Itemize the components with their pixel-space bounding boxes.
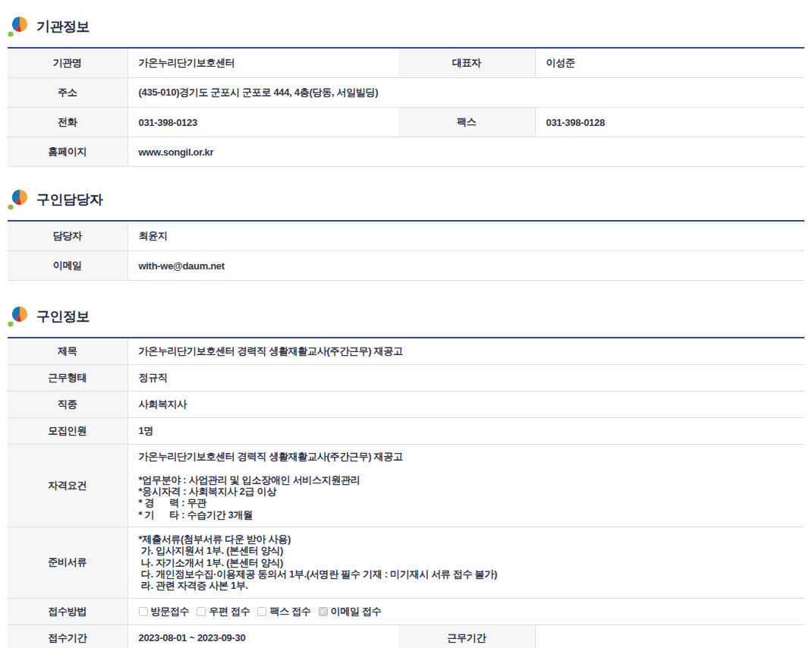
section-title-job: 구인정보: [36, 307, 90, 326]
job-apply-method-label: 접수방법: [8, 598, 127, 624]
table-row: 주소 (435-010)경기도 군포시 군포로 444, 4층(당동, 서일빌딩…: [8, 78, 804, 108]
table-row: 이메일 with-we@daum.net: [8, 251, 804, 281]
job-documents-value: *제출서류(첨부서류 다운 받아 사용) 가. 입사지원서 1부. (본센터 양…: [127, 527, 804, 598]
table-row: 담당자 최윤지: [8, 221, 804, 251]
table-row: 직종 사회복지사: [8, 392, 804, 418]
pie-logo-icon: [8, 188, 30, 211]
org-ceo-value: 이성준: [535, 48, 804, 78]
checkbox-icon[interactable]: [139, 607, 148, 616]
section-org-header: 기관정보: [8, 15, 804, 38]
table-row: 전화 031-398-0123 팩스 031-398-0128: [8, 108, 804, 137]
job-detail-page: 기관정보 기관명 가온누리단기보호센터 대표자 이성준 주소 (435-010)…: [0, 0, 812, 648]
method-fax[interactable]: 팩스 접수: [257, 605, 310, 618]
contact-email-value: with-we@daum.net: [127, 251, 804, 281]
method-visit[interactable]: 방문접수: [139, 605, 190, 618]
table-row: 제목 가온누리단기보호센터 경력직 생활재활교사(주간근무) 재공고: [8, 338, 804, 365]
pie-logo-icon: [8, 305, 30, 328]
job-title-value: 가온누리단기보호센터 경력직 생활재활교사(주간근무) 재공고: [127, 338, 804, 365]
job-documents-label: 준비서류: [8, 527, 127, 598]
org-name-label: 기관명: [8, 48, 127, 78]
table-row: 홈페이지 www.songil.or.kr: [8, 137, 804, 167]
job-occupation-value: 사회복지사: [127, 392, 804, 418]
job-work-period-label: 근무기간: [398, 624, 535, 648]
job-qualification-label: 자격요건: [8, 445, 127, 527]
job-headcount-value: 1명: [127, 418, 804, 445]
table-row: 기관명 가온누리단기보호센터 대표자 이성준: [8, 48, 804, 78]
job-qualification-value: 가온누리단기보호센터 경력직 생활재활교사(주간근무) 재공고 *업무분야 : …: [127, 445, 804, 527]
checkbox-icon[interactable]: [319, 607, 328, 616]
job-title-label: 제목: [8, 338, 127, 365]
org-address-value: (435-010)경기도 군포시 군포로 444, 4층(당동, 서일빌딩): [127, 78, 804, 108]
org-homepage-label: 홈페이지: [8, 137, 127, 167]
section-title-contact: 구인담당자: [36, 190, 103, 209]
job-occupation-label: 직종: [8, 392, 127, 418]
org-tel-label: 전화: [8, 108, 127, 137]
job-work-period-value: [535, 624, 804, 648]
job-table: 제목 가온누리단기보호센터 경력직 생활재활교사(주간근무) 재공고 근무형태 …: [8, 337, 804, 648]
org-ceo-label: 대표자: [398, 48, 535, 78]
method-mail-label: 우편 접수: [209, 605, 250, 618]
checkbox-icon[interactable]: [257, 607, 266, 616]
table-row: 접수방법 방문접수 우편 접수 팩스 접수: [8, 598, 804, 624]
org-fax-label: 팩스: [398, 108, 535, 137]
org-address-label: 주소: [8, 78, 127, 108]
method-email[interactable]: 이메일 접수: [319, 605, 382, 618]
section-contact: 구인담당자 담당자 최윤지 이메일 with-we@daum.net: [8, 188, 804, 281]
method-visit-label: 방문접수: [151, 605, 190, 618]
job-apply-period-label: 접수기간: [8, 624, 127, 648]
org-fax-value: 031-398-0128: [535, 108, 804, 137]
job-headcount-label: 모집인원: [8, 418, 127, 445]
table-row: 모집인원 1명: [8, 418, 804, 445]
job-worktype-value: 정규직: [127, 365, 804, 392]
section-job: 구인정보 제목 가온누리단기보호센터 경력직 생활재활교사(주간근무) 재공고 …: [8, 305, 804, 648]
job-worktype-label: 근무형태: [8, 365, 127, 392]
table-row: 자격요건 가온누리단기보호센터 경력직 생활재활교사(주간근무) 재공고 *업무…: [8, 445, 804, 527]
org-name-value: 가온누리단기보호센터: [127, 48, 398, 78]
job-apply-method-cell: 방문접수 우편 접수 팩스 접수 이메일 접수: [127, 598, 804, 624]
table-row: 접수기간 2023-08-01 ~ 2023-09-30 근무기간: [8, 624, 804, 648]
table-row: 준비서류 *제출서류(첨부서류 다운 받아 사용) 가. 입사지원서 1부. (…: [8, 527, 804, 598]
apply-method-options: 방문접수 우편 접수 팩스 접수 이메일 접수: [139, 605, 795, 618]
table-row: 근무형태 정규직: [8, 365, 804, 392]
contact-table: 담당자 최윤지 이메일 with-we@daum.net: [8, 220, 804, 281]
method-mail[interactable]: 우편 접수: [197, 605, 250, 618]
section-org: 기관정보 기관명 가온누리단기보호센터 대표자 이성준 주소 (435-010)…: [8, 15, 804, 167]
method-fax-label: 팩스 접수: [269, 605, 310, 618]
org-tel-value: 031-398-0123: [127, 108, 398, 137]
org-homepage-value: www.songil.or.kr: [127, 137, 804, 167]
section-job-header: 구인정보: [8, 305, 804, 328]
contact-email-label: 이메일: [8, 251, 127, 281]
contact-person-value: 최윤지: [127, 221, 804, 251]
section-title-org: 기관정보: [36, 17, 90, 36]
org-table: 기관명 가온누리단기보호센터 대표자 이성준 주소 (435-010)경기도 군…: [8, 47, 804, 167]
job-apply-period-value: 2023-08-01 ~ 2023-09-30: [127, 624, 398, 648]
pie-logo-icon: [8, 15, 30, 38]
checkbox-icon[interactable]: [197, 607, 206, 616]
contact-person-label: 담당자: [8, 221, 127, 251]
section-contact-header: 구인담당자: [8, 188, 804, 211]
method-email-label: 이메일 접수: [331, 605, 382, 618]
